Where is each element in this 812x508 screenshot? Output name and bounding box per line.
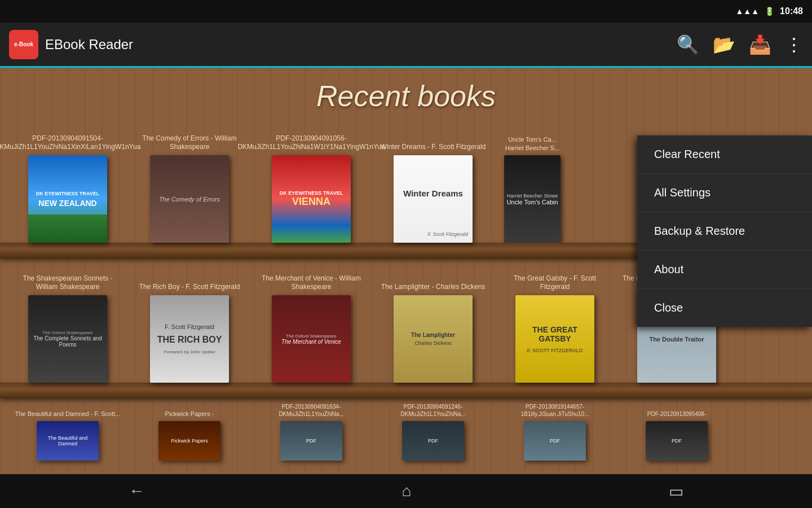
list-item[interactable]: The Lamplighter - Charles Dickens The La… bbox=[377, 264, 489, 383]
book-cover: PDF bbox=[402, 421, 464, 461]
book-title: Pickwick Papers - bbox=[165, 401, 214, 418]
folder-icon[interactable]: 📂 bbox=[713, 34, 735, 55]
app-title: EBook Reader bbox=[45, 37, 677, 52]
book-title: PDF-20130904091634-DKMuJiZh1L1YouZhiNa..… bbox=[255, 401, 368, 418]
list-item[interactable]: The Great Gatsby - F. Scott Fitzgerald T… bbox=[498, 264, 611, 383]
book-title: The Lamplighter - Charles Dickens bbox=[381, 264, 486, 292]
shelf-row-3: The Beautiful and Damned - F. Scott... T… bbox=[0, 398, 812, 461]
book-title: The Rich Boy - F. Scott Fitzgerald bbox=[139, 264, 240, 292]
book-title: Uncle Tom's Ca... Harriet Beecher S... bbox=[498, 124, 566, 152]
book-title: The Great Gatsby - F. Scott Fitzgerald bbox=[498, 264, 611, 292]
dropdown-menu: Clear Recent All Settings Backup & Resto… bbox=[637, 135, 812, 327]
app-logo: e-Book bbox=[9, 30, 38, 59]
search-icon[interactable]: 🔍 bbox=[677, 34, 699, 55]
wifi-icon: ▲▲▲ bbox=[736, 7, 760, 16]
download-icon[interactable]: 📥 bbox=[749, 34, 771, 55]
book-title: PDF-20130904091246-DKMuJiZh1L1YouZhiNa..… bbox=[377, 401, 489, 418]
logo-text: e-Book bbox=[14, 41, 33, 47]
close-menu-item[interactable]: Close bbox=[637, 289, 812, 327]
list-item[interactable]: The Rich Boy - F. Scott Fitzgerald F. Sc… bbox=[133, 264, 246, 383]
top-bar: e-Book EBook Reader 🔍 📂 📥 ⋮ bbox=[0, 23, 812, 68]
home-button[interactable]: ⌂ bbox=[402, 482, 412, 500]
book-title: The Comedy of Errors - William Shakespea… bbox=[133, 124, 246, 152]
about-menu-item[interactable]: About bbox=[637, 251, 812, 289]
recents-button[interactable]: ▭ bbox=[669, 482, 683, 501]
book-cover: Pickwick Papers bbox=[158, 421, 220, 461]
list-item[interactable]: The Beautiful and Damned - F. Scott... T… bbox=[11, 401, 124, 461]
book-cover: Harriet Beecher Stowe Uncle Tom's Cabin bbox=[504, 155, 561, 243]
book-title: The Merchant of Venice - William Shakesp… bbox=[255, 264, 368, 292]
book-cover: PDF bbox=[524, 421, 586, 461]
book-cover: The Oxford Shakespeare The Merchant of V… bbox=[272, 295, 351, 383]
top-bar-actions: 🔍 📂 📥 ⋮ bbox=[677, 34, 803, 55]
book-cover: DK EYEWITNESS TRAVEL VIENNA bbox=[272, 155, 351, 243]
book-cover: The Beautiful and Damned bbox=[37, 421, 99, 461]
book-cover: F. Scott Fitzgerald THE RICH BOY Forewor… bbox=[150, 295, 229, 383]
list-item[interactable]: PDF-20130904091246-DKMuJiZh1L1YouZhiNa..… bbox=[377, 401, 489, 461]
battery-icon: 🔋 bbox=[765, 7, 774, 16]
shelf-board bbox=[0, 383, 812, 398]
book-cover: DK EYEWITNESS TRAVEL NEW ZEALAND bbox=[28, 155, 107, 243]
bottom-nav: ← ⌂ ▭ bbox=[0, 474, 812, 508]
book-cover: THE GREAT GATSBY F. SCOTT FITZGERALD bbox=[515, 295, 594, 383]
list-item[interactable]: PDF-20130904091056-DKMuJiZh1L1YouZhiNa1W… bbox=[255, 124, 368, 243]
list-item[interactable]: Winter Dreams - F. Scott Fitzgerald Wint… bbox=[377, 124, 489, 243]
list-item[interactable]: PDF-20130819144657-1B1illy.JiSuan.JiTuSh… bbox=[498, 401, 611, 461]
book-title: The Shakespearian Sonnets - William Shak… bbox=[11, 264, 124, 292]
book-cover: PDF bbox=[280, 421, 342, 461]
page-title: Recent books bbox=[0, 68, 812, 119]
list-item[interactable]: PDF-20130904091634-DKMuJiZh1L1YouZhiNa..… bbox=[255, 401, 368, 461]
list-item[interactable]: PDF-20120913095408- PDF bbox=[620, 401, 733, 461]
list-item[interactable]: The Comedy of Errors - William Shakespea… bbox=[133, 124, 246, 243]
list-item[interactable]: Uncle Tom's Ca... Harriet Beecher S... H… bbox=[498, 124, 566, 243]
time-display: 10:48 bbox=[780, 6, 803, 16]
main-content: Recent books PDF-20130904091504-DKMuJiZh… bbox=[0, 68, 812, 474]
book-title: PDF-20120913095408- bbox=[647, 401, 707, 418]
book-title: The Beautiful and Damned - F. Scott... bbox=[15, 401, 120, 418]
list-item[interactable]: The Merchant of Venice - William Shakesp… bbox=[255, 264, 368, 383]
list-item[interactable]: PDF-20130904091504-DKMuJiZh1L1YouZhiNa1X… bbox=[11, 124, 124, 243]
book-cover: PDF bbox=[646, 421, 708, 461]
more-options-icon[interactable]: ⋮ bbox=[785, 34, 803, 55]
status-bar: ▲▲▲ 🔋 10:48 bbox=[0, 0, 812, 23]
back-button[interactable]: ← bbox=[129, 482, 144, 500]
list-item[interactable]: The Shakespearian Sonnets - William Shak… bbox=[11, 264, 124, 383]
book-title: Winter Dreams - F. Scott Fitzgerald bbox=[381, 124, 486, 152]
book-title: PDF-20130819144657-1B1illy.JiSuan.JiTuSh… bbox=[498, 401, 611, 418]
clear-recent-menu-item[interactable]: Clear Recent bbox=[637, 135, 812, 174]
list-item[interactable]: Pickwick Papers - Pickwick Papers bbox=[133, 401, 246, 461]
book-title: PDF-20130904091504-DKMuJiZh1L1YouZhiNa1X… bbox=[0, 124, 140, 152]
all-settings-menu-item[interactable]: All Settings bbox=[637, 174, 812, 212]
book-cover: Winter Dreams F. Scott Fitzgerald bbox=[394, 155, 473, 243]
book-cover: The Oxford Shakespeare The Complete Sonn… bbox=[28, 295, 107, 383]
shelf-books-3: The Beautiful and Damned - F. Scott... T… bbox=[0, 398, 812, 461]
backup-restore-menu-item[interactable]: Backup & Restore bbox=[637, 212, 812, 251]
book-title: PDF-20130904091056-DKMuJiZh1L1YouZhiNa1W… bbox=[237, 124, 385, 152]
book-cover: The Lamplighter Charles Dickens bbox=[394, 295, 473, 383]
book-cover: The Comedy of Errors bbox=[150, 155, 229, 243]
